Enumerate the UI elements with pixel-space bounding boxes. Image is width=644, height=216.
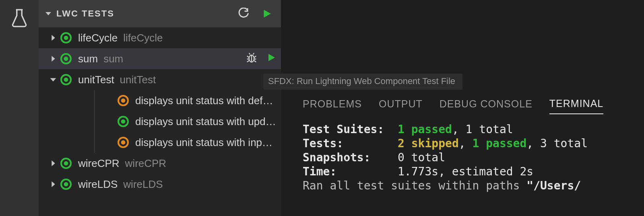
run-test-file-tooltip: SFDX: Run Lightning Web Component Test F… bbox=[263, 74, 462, 90]
tree-item-sub: wireCPR bbox=[125, 157, 167, 170]
tree-item-sub: lifeCycle bbox=[123, 32, 163, 44]
tree-item[interactable]: sum sum bbox=[39, 48, 281, 69]
svg-point-1 bbox=[64, 36, 68, 40]
bottom-panel: PROBLEMS OUTPUT DEBUG CONSOLE TERMINAL T… bbox=[281, 95, 644, 216]
editor-pane: PROBLEMS OUTPUT DEBUG CONSOLE TERMINAL T… bbox=[281, 0, 644, 216]
pass-status-icon bbox=[117, 115, 130, 128]
tab-terminal[interactable]: TERMINAL bbox=[549, 97, 603, 114]
tree-item-sub: sum bbox=[103, 53, 123, 65]
svg-point-8 bbox=[121, 99, 126, 103]
tree-item-sub: unitTest bbox=[120, 74, 156, 86]
chevron-right-icon[interactable] bbox=[47, 180, 60, 189]
tab-problems[interactable]: PROBLEMS bbox=[303, 97, 362, 114]
test-case-label: displays unit status with input … bbox=[135, 136, 276, 149]
tree-item-name: unitTest bbox=[78, 74, 114, 86]
test-sidebar: LWC TESTS bbox=[39, 0, 281, 216]
tree-item[interactable]: displays unit status with updat… bbox=[39, 111, 281, 132]
activity-bar bbox=[0, 0, 39, 216]
tree-item[interactable]: unitTest unitTest bbox=[39, 69, 281, 90]
tree-item-name: lifeCycle bbox=[78, 32, 118, 44]
refresh-icon[interactable] bbox=[237, 8, 250, 20]
test-case-label: displays unit status with defaul… bbox=[135, 95, 276, 107]
tree-item-name: sum bbox=[78, 53, 98, 65]
pass-status-icon bbox=[60, 178, 72, 191]
tree-item-sub: wireLDS bbox=[123, 178, 163, 191]
pass-status-icon bbox=[60, 73, 72, 86]
partial-status-icon bbox=[117, 136, 130, 149]
collapse-section-icon[interactable] bbox=[42, 9, 55, 19]
test-case-label: displays unit status with updat… bbox=[135, 115, 276, 128]
tree-item[interactable]: displays unit status with defaul… bbox=[39, 90, 281, 111]
tree-item[interactable]: lifeCycle lifeCycle bbox=[39, 27, 281, 48]
tree-item[interactable]: displays unit status with input … bbox=[39, 132, 281, 153]
partial-status-icon bbox=[117, 94, 130, 107]
chevron-right-icon[interactable] bbox=[47, 159, 60, 168]
svg-point-14 bbox=[64, 161, 68, 166]
svg-point-3 bbox=[64, 57, 68, 61]
svg-point-6 bbox=[64, 78, 68, 82]
debug-icon[interactable] bbox=[246, 51, 258, 66]
testing-activity-icon[interactable] bbox=[9, 8, 29, 31]
tree-item[interactable]: wireCPR wireCPR bbox=[39, 153, 281, 174]
tree-item-name: wireCPR bbox=[78, 157, 120, 170]
panel-tabs: PROBLEMS OUTPUT DEBUG CONSOLE TERMINAL bbox=[281, 95, 644, 117]
tab-output[interactable]: OUTPUT bbox=[379, 97, 423, 114]
sidebar-title: LWC TESTS bbox=[55, 8, 237, 19]
chevron-right-icon[interactable] bbox=[47, 33, 60, 42]
pass-status-icon bbox=[60, 52, 72, 65]
pass-status-icon bbox=[60, 31, 72, 44]
chevron-right-icon[interactable] bbox=[47, 54, 60, 63]
svg-point-12 bbox=[121, 140, 126, 145]
run-icon[interactable] bbox=[266, 53, 276, 65]
tree-item[interactable]: wireLDS wireLDS bbox=[39, 174, 281, 195]
tab-debug-console[interactable]: DEBUG CONSOLE bbox=[440, 97, 533, 114]
tree-item-name: wireLDS bbox=[78, 178, 118, 191]
sidebar-header[interactable]: LWC TESTS bbox=[39, 0, 281, 27]
svg-point-10 bbox=[121, 119, 126, 124]
svg-point-16 bbox=[64, 182, 68, 187]
terminal-output[interactable]: Test Suites: 1 passed, 1 total Tests: 2 … bbox=[281, 117, 644, 193]
pass-status-icon bbox=[60, 157, 72, 170]
test-tree: lifeCycle lifeCycle sum sum bbox=[39, 27, 281, 195]
run-all-icon[interactable] bbox=[262, 8, 272, 19]
chevron-down-icon[interactable] bbox=[47, 75, 60, 84]
